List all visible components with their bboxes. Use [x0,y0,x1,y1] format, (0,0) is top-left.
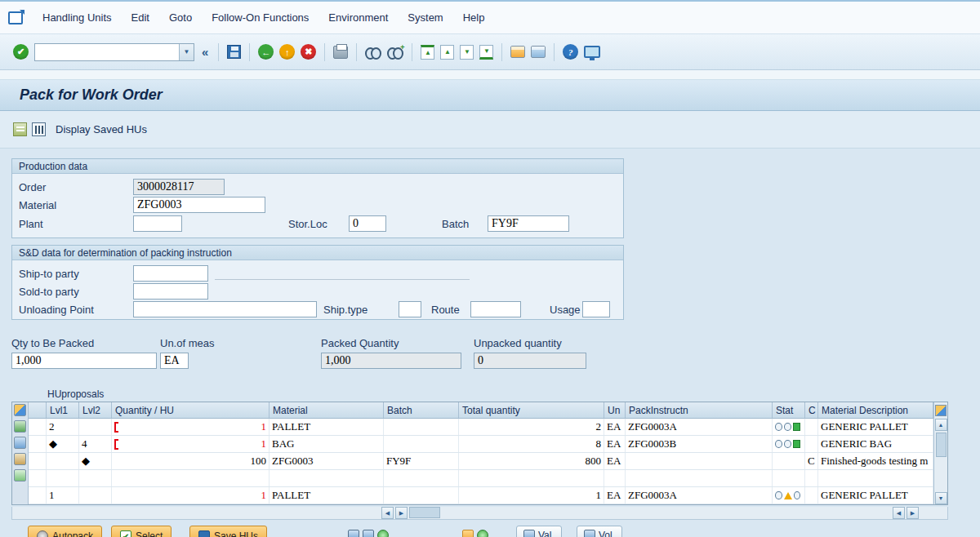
row-selector[interactable] [29,470,47,486]
find-next-icon[interactable]: + [387,47,403,58]
find-icon[interactable] [365,47,381,58]
col-material[interactable]: Material [270,402,384,418]
scroll-up-icon[interactable]: ▲ [935,419,947,431]
display-hus-icon[interactable] [32,122,46,136]
last-page-icon[interactable]: ▼ [479,45,493,60]
plant-field[interactable] [133,215,182,232]
ship-type-field[interactable] [399,301,421,317]
col-total-quantity[interactable]: Total quantity [459,402,604,418]
vertical-scrollbar[interactable]: ▲ ▼ [933,402,947,504]
row-selector[interactable] [29,436,47,452]
table-row[interactable]: ◆ 4 1 BAG 8 EA ZFG0003B GENERIC BAG [29,436,933,453]
collapse-toolbar-icon[interactable]: « [200,45,210,59]
autopack-button[interactable]: Autopack [28,526,102,537]
table-overview-icon[interactable] [14,404,26,416]
menu-goto[interactable]: Goto [159,8,202,27]
create-shortcut-icon[interactable] [531,46,546,58]
qty-to-pack-field[interactable]: 1,000 [11,353,157,369]
col-c[interactable]: C [805,402,818,418]
pack-material-icon[interactable] [462,530,474,537]
col-quantity-hu[interactable]: Quantity / HU [112,402,270,418]
back-icon[interactable]: ← [258,44,274,60]
enter-icon[interactable]: ✔ [13,44,29,60]
hu-overview-icon[interactable] [363,530,374,537]
unloading-point-field[interactable] [133,301,317,317]
row-selector[interactable] [29,419,47,435]
batch-field[interactable]: FY9F [488,215,569,232]
table-settings-icon[interactable] [935,405,947,416]
col-un[interactable]: Un [604,402,626,418]
col-lvl2[interactable]: Lvl2 [79,402,112,418]
horizontal-scrollbar[interactable]: ◀ ▶ ◀ ▶ [11,507,948,520]
col-material-description[interactable]: Material Description [818,402,933,418]
production-data-group: Production data Order 3000028117 Materia… [11,158,624,238]
toolbar-separator [324,43,325,61]
menu-environment[interactable]: Environment [318,8,398,27]
menu-help[interactable]: Help [453,8,495,27]
row-selector[interactable] [29,487,47,504]
col-batch[interactable]: Batch [384,402,459,418]
col-lvl1[interactable]: Lvl1 [47,402,79,418]
unpacked-quantity-field: 0 [474,353,586,369]
ship-type-label: Ship.type [323,304,368,316]
select-column-header[interactable] [29,402,47,418]
next-page-icon[interactable]: ▼ [460,45,474,60]
col-packinstructn[interactable]: PackInstructn [626,402,773,418]
col-stat[interactable]: Stat [773,402,805,418]
sold-to-party-label: Sold-to party [19,286,79,298]
material-field[interactable]: ZFG0003 [133,197,265,213]
scroll-left-icon[interactable]: ◀ [893,507,905,519]
first-page-icon[interactable]: ▲ [421,45,434,60]
order-field[interactable]: 3000028117 [133,179,225,195]
help-icon[interactable]: ? [563,44,578,60]
system-menu-icon[interactable] [8,11,23,24]
scroll-left-icon[interactable]: ◀ [381,507,394,519]
save-hus-button[interactable]: Save HUs [189,526,267,537]
cancel-icon[interactable]: ✖ [301,44,316,60]
table-row[interactable]: ◆ 100 ZFG0003 FY9F 800 EA C Finished-goo… [29,453,933,470]
command-field[interactable]: ▼ [34,43,194,61]
packed-quantity-field: 1,000 [321,353,461,369]
table-row[interactable] [29,470,933,487]
refresh-icon[interactable] [377,530,389,537]
edit-hus-icon[interactable] [13,122,27,136]
exit-icon[interactable]: ↑ [279,44,295,60]
pack-row-icon[interactable] [14,420,26,433]
toolbar-separator [554,43,555,61]
ship-to-party-field[interactable] [133,265,208,282]
status-icon[interactable] [477,530,488,537]
print-icon[interactable] [333,46,348,59]
usage-field[interactable] [582,301,610,317]
route-field[interactable] [470,301,521,317]
menu-handling-units[interactable]: Handling Units [33,8,122,27]
horizontal-scroll-thumb[interactable] [409,507,440,518]
production-data-title: Production data [12,159,623,174]
detail-view-icon[interactable] [348,530,359,537]
scroll-right-icon[interactable]: ▶ [906,507,919,519]
display-saved-hus-button[interactable]: Display Saved HUs [51,121,152,138]
table-row[interactable]: 2 1 PALLET 2 EA ZFG0003A GENERIC PALLET [29,419,933,436]
previous-page-icon[interactable]: ▲ [440,45,454,60]
menu-system[interactable]: System [398,8,452,27]
save-icon[interactable] [227,45,241,59]
table-row[interactable]: 1 1 PALLET 1 EA ZFG0003A GENERIC PALLET [29,487,933,504]
status-icons [773,419,805,435]
scroll-down-icon[interactable]: ▼ [935,492,947,504]
command-dropdown-icon[interactable]: ▼ [179,44,194,60]
customize-layout-icon[interactable] [584,46,600,58]
new-session-icon[interactable] [510,46,525,58]
storloc-field[interactable]: 0 [349,215,386,232]
menu-follow-on-functions[interactable]: Follow-On Functions [202,8,318,27]
contents-icon[interactable] [14,469,26,482]
val-button[interactable]: Val. [516,526,562,537]
unpack-row-icon[interactable] [14,437,26,449]
weights-icon[interactable] [14,453,26,465]
select-button[interactable]: ✔ Select [111,526,172,537]
row-selector[interactable] [29,453,47,469]
menu-edit[interactable]: Edit [122,8,159,27]
vol-button[interactable]: Vol. [577,526,622,537]
vertical-scroll-thumb[interactable] [936,433,947,457]
uom-field[interactable]: EA [160,353,189,369]
scroll-right-icon[interactable]: ▶ [395,507,408,519]
sold-to-party-field[interactable] [133,283,208,300]
